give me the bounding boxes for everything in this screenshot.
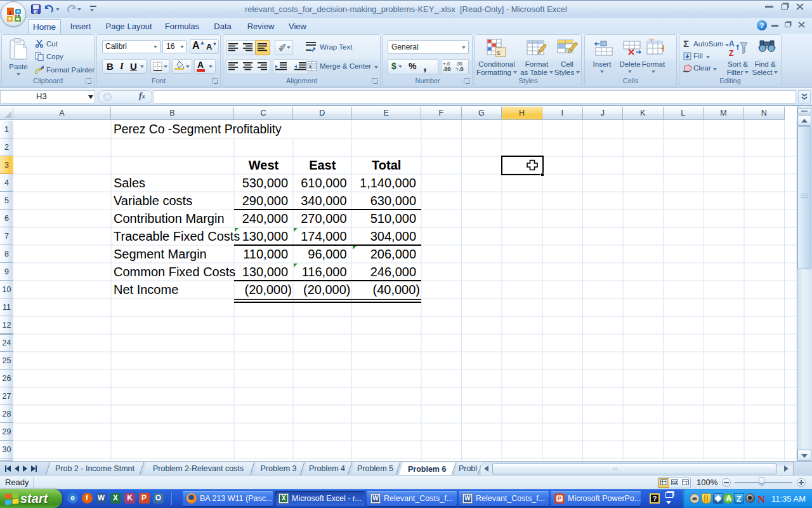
svg-text:.0: .0: [446, 62, 450, 66]
svg-text:.00: .00: [456, 62, 462, 66]
svg-text:.0: .0: [459, 66, 464, 72]
svg-text:a: a: [309, 64, 311, 69]
svg-text:A: A: [729, 39, 735, 48]
svg-text:Z: Z: [729, 49, 733, 58]
svg-text:.00: .00: [443, 66, 451, 72]
svg-text:≤: ≤: [497, 49, 501, 56]
